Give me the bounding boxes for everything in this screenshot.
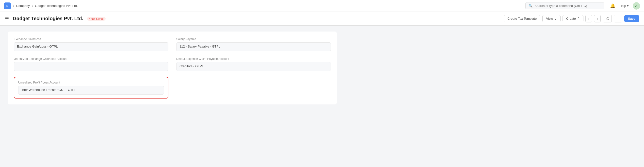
unrealized-exchange-label: Unrealized Exchange Gain/Loss Account <box>14 57 168 60</box>
search-input[interactable] <box>534 4 601 8</box>
middle-fields-row: Unrealized Exchange Gain/Loss Account De… <box>14 57 331 71</box>
view-button[interactable]: View ⌄ <box>542 15 560 22</box>
unrealized-exchange-value[interactable] <box>14 62 168 71</box>
salary-payable-field: Salary Payable 112 - Salary Payable - GT… <box>176 38 331 51</box>
nav-search-container: 🔍 <box>525 2 604 9</box>
create-tax-template-button[interactable]: Create Tax Template <box>504 15 540 22</box>
default-expense-field: Default Expense Claim Payable Account Cr… <box>176 57 331 71</box>
default-expense-value[interactable]: Creditors - GTPL <box>176 62 331 71</box>
print-button[interactable]: 🖨 <box>603 15 612 22</box>
exchange-gain-loss-value[interactable]: Exchange Gain/Loss - GTPL <box>14 42 168 51</box>
unrealized-exchange-field: Unrealized Exchange Gain/Loss Account <box>14 57 168 71</box>
page-header: ☰ Gadget Technologies Pvt. Ltd. • Not Sa… <box>0 12 644 26</box>
page-title: Gadget Technologies Pvt. Ltd. <box>13 16 83 22</box>
unrealized-profit-value[interactable]: Inter Warehouse Transfer GST - GTPL <box>18 86 164 94</box>
avatar[interactable]: A <box>633 2 640 10</box>
help-button[interactable]: Help ▾ <box>620 4 629 8</box>
exchange-gain-loss-label: Exchange Gain/Loss <box>14 38 168 41</box>
help-label: Help <box>620 4 626 8</box>
unrealized-profit-field: Unrealized Profit / Loss Account Inter W… <box>18 81 164 94</box>
salary-payable-value[interactable]: 112 - Salary Payable - GTPL <box>176 42 331 51</box>
next-button[interactable]: › <box>594 15 601 22</box>
nav-breadcrumb-company[interactable]: Company <box>16 4 30 8</box>
help-chevron-icon: ▾ <box>627 4 629 8</box>
unrealized-profit-highlighted-section: Unrealized Profit / Loss Account Inter W… <box>14 77 168 98</box>
nav-right: 🔔 Help ▾ A <box>610 2 640 10</box>
create-button[interactable]: Create ⌃ <box>562 15 584 22</box>
create-chevron-icon: ⌃ <box>577 17 580 20</box>
default-expense-label: Default Expense Claim Payable Account <box>176 57 331 60</box>
exchange-gain-loss-field: Exchange Gain/Loss Exchange Gain/Loss - … <box>14 38 168 51</box>
nav-sep-1: › <box>13 4 14 8</box>
upper-fields-row: Exchange Gain/Loss Exchange Gain/Loss - … <box>14 38 331 51</box>
main-content: Exchange Gain/Loss Exchange Gain/Loss - … <box>0 26 345 110</box>
nav-logo[interactable]: E <box>4 2 11 9</box>
create-label: Create <box>566 17 576 20</box>
hamburger-icon[interactable]: ☰ <box>5 16 9 22</box>
view-chevron-icon: ⌄ <box>554 17 557 20</box>
prev-button[interactable]: ‹ <box>586 15 592 22</box>
header-actions: Create Tax Template View ⌄ Create ⌃ ‹ › … <box>504 15 639 22</box>
salary-payable-label: Salary Payable <box>176 38 331 41</box>
not-saved-badge: • Not Saved <box>87 17 105 21</box>
unrealized-profit-label: Unrealized Profit / Loss Account <box>18 81 164 84</box>
bell-icon[interactable]: 🔔 <box>610 3 616 8</box>
right-empty-space <box>176 77 331 98</box>
top-nav: E › Company › Gadget Technologies Pvt. L… <box>0 0 644 12</box>
search-icon: 🔍 <box>528 4 532 8</box>
nav-sep-2: › <box>32 4 33 8</box>
save-button[interactable]: Save <box>624 15 639 22</box>
view-label: View <box>546 17 553 20</box>
lower-fields-row: Unrealized Profit / Loss Account Inter W… <box>14 77 331 98</box>
content-area: Exchange Gain/Loss Exchange Gain/Loss - … <box>8 32 337 104</box>
more-options-button[interactable]: ··· <box>614 15 622 22</box>
nav-breadcrumb-company-name[interactable]: Gadget Technologies Pvt. Ltd. <box>35 4 78 8</box>
